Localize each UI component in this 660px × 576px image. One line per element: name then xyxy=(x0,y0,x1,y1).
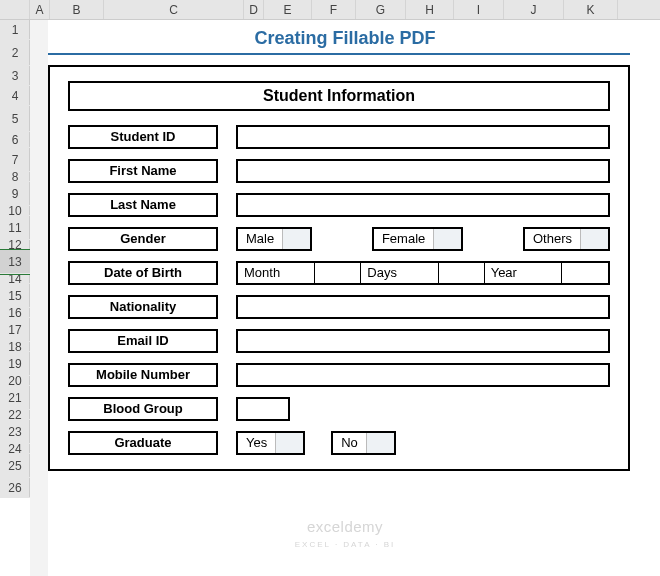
row-10[interactable]: 10 xyxy=(0,206,30,216)
label-dob: Date of Birth xyxy=(68,261,218,285)
col-B[interactable]: B xyxy=(50,0,104,19)
row-20[interactable]: 20 xyxy=(0,376,30,386)
checkbox-female[interactable] xyxy=(433,229,461,249)
select-all-corner[interactable] xyxy=(0,0,30,19)
option-no[interactable]: No xyxy=(331,431,396,455)
row-3[interactable]: 3 xyxy=(0,66,30,86)
option-female-label: Female xyxy=(374,229,433,249)
col-A[interactable]: A xyxy=(30,0,50,19)
section-title: Student Information xyxy=(68,81,610,111)
row-21[interactable]: 21 xyxy=(0,386,30,410)
row-9[interactable]: 9 xyxy=(0,182,30,206)
row-7[interactable]: 7 xyxy=(0,148,30,172)
input-dob-year[interactable] xyxy=(562,263,608,283)
input-last-name[interactable] xyxy=(236,193,610,217)
row-26[interactable]: 26 xyxy=(0,478,30,498)
row-22[interactable]: 22 xyxy=(0,410,30,420)
label-nationality: Nationality xyxy=(68,295,218,319)
row-18[interactable]: 18 xyxy=(0,342,30,352)
row-16[interactable]: 16 xyxy=(0,308,30,318)
row-19[interactable]: 19 xyxy=(0,352,30,376)
row-14[interactable]: 14 xyxy=(0,274,30,284)
col-G[interactable]: G xyxy=(356,0,406,19)
title-underline xyxy=(48,53,630,55)
row-15[interactable]: 15 xyxy=(0,284,30,308)
row-12[interactable]: 12 xyxy=(0,240,30,250)
label-last-name: Last Name xyxy=(68,193,218,217)
label-email: Email ID xyxy=(68,329,218,353)
row-4[interactable]: 4 xyxy=(0,86,30,106)
checkbox-no[interactable] xyxy=(366,433,394,453)
dob-month-label: Month xyxy=(238,263,315,283)
option-yes-label: Yes xyxy=(238,433,275,453)
dob-days-label: Days xyxy=(361,263,438,283)
watermark: exceldemy EXCEL · DATA · BI xyxy=(295,519,396,552)
checkbox-others[interactable] xyxy=(580,229,608,249)
option-male[interactable]: Male xyxy=(236,227,312,251)
input-dob-days[interactable] xyxy=(439,263,485,283)
row-6[interactable]: 6 xyxy=(0,132,30,148)
label-mobile: Mobile Number xyxy=(68,363,218,387)
input-dob[interactable]: Month Days Year xyxy=(236,261,610,285)
col-F[interactable]: F xyxy=(312,0,356,19)
input-first-name[interactable] xyxy=(236,159,610,183)
col-C[interactable]: C xyxy=(104,0,244,19)
option-female[interactable]: Female xyxy=(372,227,463,251)
input-blood[interactable] xyxy=(236,397,290,421)
option-male-label: Male xyxy=(238,229,282,249)
col-K[interactable]: K xyxy=(564,0,618,19)
input-email[interactable] xyxy=(236,329,610,353)
option-yes[interactable]: Yes xyxy=(236,431,305,455)
worksheet-area[interactable]: Creating Fillable PDF Student Informatio… xyxy=(30,20,660,576)
row-13[interactable]: 13 xyxy=(0,250,30,274)
col-J[interactable]: J xyxy=(504,0,564,19)
label-blood: Blood Group xyxy=(68,397,218,421)
input-nationality[interactable] xyxy=(236,295,610,319)
row-24[interactable]: 24 xyxy=(0,444,30,454)
option-no-label: No xyxy=(333,433,366,453)
label-student-id: Student ID xyxy=(68,125,218,149)
watermark-sub: EXCEL · DATA · BI xyxy=(295,540,396,549)
watermark-main: exceldemy xyxy=(307,518,383,535)
row-headers: 1234567891011121314151617181920212223242… xyxy=(0,20,30,498)
row-2[interactable]: 2 xyxy=(0,40,30,66)
option-others[interactable]: Others xyxy=(523,227,610,251)
col-H[interactable]: H xyxy=(406,0,454,19)
row-5[interactable]: 5 xyxy=(0,106,30,132)
row-17[interactable]: 17 xyxy=(0,318,30,342)
column-headers: A B C D E F G H I J K xyxy=(0,0,660,20)
page-title: Creating Fillable PDF xyxy=(30,20,660,53)
row-11[interactable]: 11 xyxy=(0,216,30,240)
option-others-label: Others xyxy=(525,229,580,249)
label-graduate: Graduate xyxy=(68,431,218,455)
dob-year-label: Year xyxy=(485,263,562,283)
checkbox-yes[interactable] xyxy=(275,433,303,453)
row-25[interactable]: 25 xyxy=(0,454,30,478)
label-first-name: First Name xyxy=(68,159,218,183)
label-gender: Gender xyxy=(68,227,218,251)
input-mobile[interactable] xyxy=(236,363,610,387)
row-23[interactable]: 23 xyxy=(0,420,30,444)
row-1[interactable]: 1 xyxy=(0,20,30,40)
col-I[interactable]: I xyxy=(454,0,504,19)
checkbox-male[interactable] xyxy=(282,229,310,249)
input-student-id[interactable] xyxy=(236,125,610,149)
row-8[interactable]: 8 xyxy=(0,172,30,182)
input-dob-month[interactable] xyxy=(315,263,361,283)
col-E[interactable]: E xyxy=(264,0,312,19)
form-container: Student Information Student ID First Nam… xyxy=(48,65,630,471)
col-D[interactable]: D xyxy=(244,0,264,19)
